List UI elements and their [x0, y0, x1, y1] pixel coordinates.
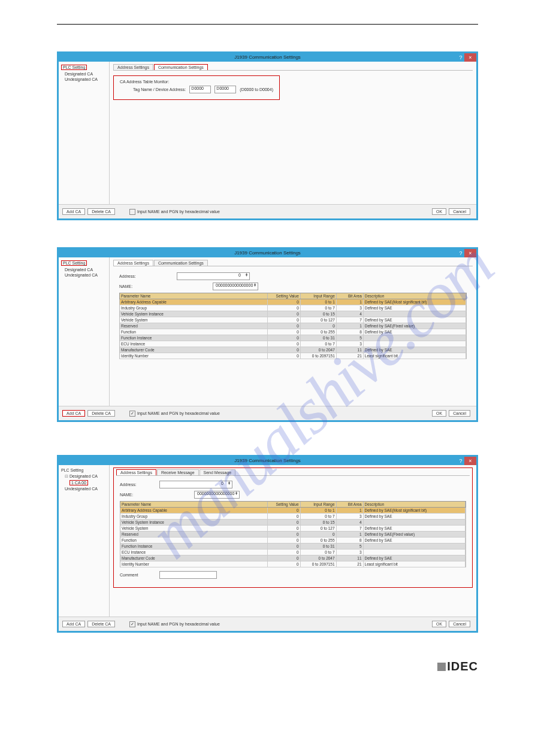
table-row[interactable]: Function00 to 2558Defined by SAE: [119, 329, 467, 335]
checkbox-icon: ✓: [129, 411, 135, 417]
table-row[interactable]: Reserved001Defined by SAE(Fixed value): [119, 323, 467, 329]
titlebar: J1939 Communication Settings ? ×: [59, 457, 476, 465]
table-row[interactable]: Arbitrary Address Capable00 to 11Defined…: [119, 299, 467, 305]
hex-label: Input NAME and PGN by hexadecimal value: [137, 622, 220, 626]
ca-monitor-label: CA Address Table Monitor:: [120, 80, 273, 84]
close-icon[interactable]: ×: [464, 53, 476, 62]
table-row[interactable]: ECU Instance00 to 73: [119, 341, 467, 347]
sidebar-item-undesignated[interactable]: Undesignated CA: [61, 486, 107, 491]
sidebar-child-ca[interactable]: 1 CA 00: [69, 480, 88, 485]
delete-ca-button[interactable]: Delete CA: [87, 410, 115, 417]
tabs: Address Settings Communication Settings: [113, 64, 473, 71]
ok-button[interactable]: OK: [432, 621, 446, 627]
help-icon[interactable]: ?: [457, 53, 464, 62]
comment-input[interactable]: [159, 571, 217, 579]
table-row[interactable]: Manufacturer Code00 to 204711Defined by …: [120, 555, 466, 561]
sidebar-item-designated[interactable]: Designated CA: [69, 474, 98, 478]
parameter-table: Parameter NameSetting ValueInput RangeBi…: [120, 501, 466, 567]
help-icon[interactable]: ?: [457, 249, 464, 257]
delete-ca-button[interactable]: Delete CA: [87, 621, 115, 627]
tab-receive-message[interactable]: Receive Message: [157, 469, 199, 475]
address-input[interactable]: 0: [177, 272, 250, 280]
th-description: Description: [364, 502, 466, 507]
th-bit-area: Bit Area: [337, 293, 364, 299]
ok-button[interactable]: OK: [432, 208, 446, 215]
sidebar-plc-setting[interactable]: PLC Setting: [61, 260, 87, 266]
add-ca-button[interactable]: Add CA: [62, 208, 85, 215]
dialog-window-3: J1939 Communication Settings ? × PLC Set…: [57, 455, 478, 633]
parameter-table: Parameter NameSetting ValueInput RangeBi…: [119, 293, 467, 359]
device-address-2[interactable]: D0000: [214, 86, 236, 93]
name-label: NAME:: [119, 284, 173, 289]
th-input-range: Input Range: [301, 293, 337, 299]
table-row[interactable]: Vehicle System Instance00 to 154: [120, 520, 466, 526]
name-input[interactable]: 0000000000000000: [194, 491, 240, 499]
table-row[interactable]: Function Instance00 to 315: [119, 335, 467, 341]
table-row[interactable]: Industry Group00 to 73Defined by SAE: [119, 305, 467, 311]
range-hint: (D0000 to D0004): [240, 87, 273, 92]
tab-communication-settings[interactable]: Communication Settings: [154, 260, 208, 266]
table-row[interactable]: Vehicle System00 to 1277Defined by SAE: [120, 526, 466, 532]
cancel-button[interactable]: Cancel: [449, 208, 470, 215]
sidebar: PLC Setting ⊟ Designated CA 1 CA 00 Unde…: [59, 465, 110, 617]
sidebar-plc-setting[interactable]: PLC Setting: [61, 65, 87, 70]
main-panel: Address Settings Communication Settings …: [110, 257, 476, 406]
tab-address-settings[interactable]: Address Settings: [113, 260, 153, 266]
table-row[interactable]: Industry Group00 to 73Defined by SAE: [120, 514, 466, 520]
dialog-footer: Add CA Delete CA Input NAME and PGN by h…: [59, 204, 476, 218]
name-input[interactable]: 0000000000000000: [213, 283, 258, 290]
add-ca-button[interactable]: Add CA: [62, 621, 85, 627]
table-row[interactable]: ECU Instance00 to 73: [120, 549, 466, 555]
main-panel: Address Settings Communication Settings …: [110, 62, 476, 204]
hex-checkbox[interactable]: ✓Input NAME and PGN by hexadecimal value: [129, 411, 220, 417]
ok-button[interactable]: OK: [432, 410, 446, 417]
hex-label: Input NAME and PGN by hexadecimal value: [137, 411, 220, 415]
sidebar-item-undesignated[interactable]: Undesignated CA: [61, 272, 107, 278]
close-icon[interactable]: ×: [464, 457, 476, 465]
tab-communication-settings[interactable]: Communication Settings: [154, 64, 208, 70]
table-row[interactable]: Vehicle System Instance00 to 154: [119, 311, 467, 317]
dialog-window-1: J1939 Communication Settings ? × PLC Set…: [57, 51, 478, 220]
table-row[interactable]: Identity Number00 to 209715121Least sign…: [120, 561, 466, 567]
dialog-footer: Add CA Delete CA ✓Input NAME and PGN by …: [59, 406, 476, 420]
sidebar-item-designated[interactable]: Designated CA: [61, 267, 107, 272]
sidebar-plc-setting[interactable]: PLC Setting: [61, 467, 107, 473]
table-row[interactable]: Function Instance00 to 315: [120, 544, 466, 549]
tabs: Address Settings Receive Message Send Me…: [116, 469, 470, 476]
table-row[interactable]: Manufacturer Code00 to 204711Defined by …: [119, 347, 467, 353]
sidebar-item-designated[interactable]: Designated CA: [61, 71, 107, 77]
device-address-1[interactable]: D0000: [189, 86, 211, 93]
th-parameter-name: Parameter Name: [120, 502, 268, 507]
table-row[interactable]: Reserved001Defined by SAE(Fixed value): [120, 532, 466, 538]
table-row[interactable]: Identity Number00 to 209715121Least sign…: [119, 353, 467, 359]
tab-send-message[interactable]: Send Message: [200, 469, 236, 475]
dialog-title: J1939 Communication Settings: [234, 458, 301, 463]
tabs: Address Settings Communication Settings: [113, 260, 473, 266]
table-row[interactable]: Arbitrary Address Capable00 to 11Defined…: [120, 508, 466, 514]
main-panel: Address Settings Receive Message Send Me…: [110, 465, 476, 617]
th-input-range: Input Range: [301, 502, 337, 507]
tag-name-label: Tag Name / Device Address:: [133, 87, 186, 92]
cancel-button[interactable]: Cancel: [449, 621, 470, 627]
cancel-button[interactable]: Cancel: [449, 410, 470, 417]
close-icon[interactable]: ×: [464, 249, 476, 257]
table-row[interactable]: Vehicle System00 to 1277Defined by SAE: [119, 317, 467, 323]
dialog-title: J1939 Communication Settings: [234, 250, 301, 256]
sidebar: PLC Setting Designated CA Undesignated C…: [59, 62, 110, 204]
help-icon[interactable]: ?: [457, 457, 464, 465]
sidebar: PLC Setting Designated CA Undesignated C…: [59, 257, 110, 406]
delete-ca-button[interactable]: Delete CA: [87, 208, 115, 215]
hex-checkbox[interactable]: Input NAME and PGN by hexadecimal value: [129, 209, 220, 215]
tab-address-settings[interactable]: Address Settings: [116, 469, 156, 475]
th-parameter-name: Parameter Name: [120, 293, 268, 299]
dialog-title: J1939 Communication Settings: [234, 54, 301, 60]
sidebar-item-undesignated[interactable]: Undesignated CA: [61, 77, 107, 82]
tab-address-settings[interactable]: Address Settings: [113, 64, 153, 70]
address-input[interactable]: 0: [159, 481, 232, 488]
logo: IDEC: [57, 660, 478, 673]
th-setting-value: Setting Value: [268, 502, 301, 507]
table-row[interactable]: Function00 to 2558Defined by SAE: [120, 538, 466, 544]
th-bit-area: Bit Area: [337, 502, 364, 507]
hex-checkbox[interactable]: ✓Input NAME and PGN by hexadecimal value: [129, 621, 220, 627]
add-ca-button[interactable]: Add CA: [62, 410, 85, 417]
